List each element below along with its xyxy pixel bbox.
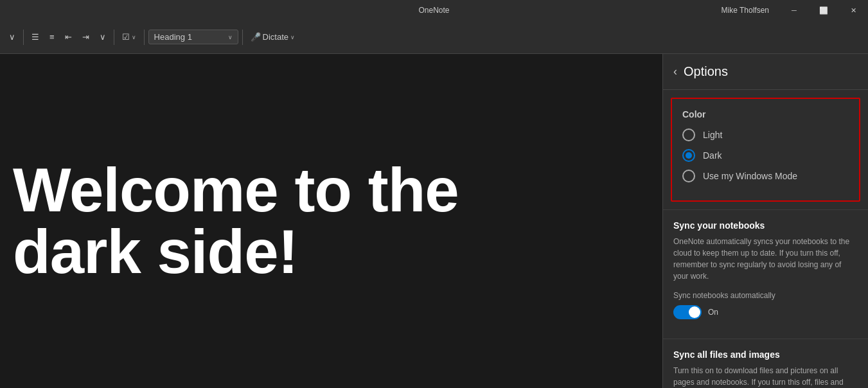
- radio-light-label: Light: [703, 130, 722, 140]
- sync-files-title: Sync all files and images: [673, 349, 858, 360]
- indent-button[interactable]: ⇥: [78, 30, 93, 44]
- outdent-button[interactable]: ⇤: [61, 30, 76, 44]
- toolbar: ∨ ☰ ≡ ⇤ ⇥ ∨ ☑ ∨ Heading 1 ∨ 🎤 Dictate ∨: [0, 21, 868, 54]
- radio-dark-outer: [682, 149, 695, 162]
- toolbar-separator-1: [23, 30, 24, 45]
- options-title: Options: [684, 64, 728, 79]
- radio-dark-label: Dark: [703, 150, 722, 161]
- back-arrow-icon[interactable]: ‹: [673, 65, 677, 78]
- options-header: ‹ Options: [663, 54, 868, 90]
- color-section: Color Light Dark Use my Windows Mode: [671, 98, 860, 202]
- sync-on-label: On: [708, 308, 718, 317]
- radio-dark-inner: [686, 152, 692, 159]
- title-bar-right: Mike Tholfsen ─ ⬜ ✕: [711, 0, 868, 21]
- dictate-label: Dictate: [263, 32, 288, 42]
- bullet-list-button[interactable]: ☰: [28, 30, 43, 44]
- toolbar-separator-3: [144, 30, 145, 45]
- heading-style-dropdown[interactable]: Heading 1 ∨: [148, 30, 238, 44]
- title-bar: OneNote Mike Tholfsen ─ ⬜ ✕: [0, 0, 868, 21]
- sync-files-section: Sync all files and images Turn this on t…: [663, 339, 868, 388]
- numbered-list-button[interactable]: ≡: [46, 30, 58, 44]
- microphone-icon: 🎤: [251, 32, 261, 42]
- more-button[interactable]: ∨: [96, 30, 110, 44]
- more-icon: ∨: [100, 32, 106, 42]
- color-option-dark[interactable]: Dark: [682, 149, 849, 162]
- toggle-thumb: [689, 306, 700, 318]
- minimize-button[interactable]: ─: [779, 0, 809, 21]
- heading-style-label: Heading 1: [154, 32, 192, 42]
- radio-windows-outer: [682, 170, 695, 182]
- color-section-label: Color: [682, 109, 849, 119]
- bullet-list-icon: ☰: [31, 32, 39, 42]
- maximize-button[interactable]: ⬜: [809, 0, 838, 21]
- sync-notebooks-description: OneNote automatically syncs your noteboo…: [673, 236, 858, 282]
- sync-notebooks-title: Sync your notebooks: [673, 220, 858, 231]
- welcome-line1: Welcome to the: [13, 159, 459, 221]
- window-controls: ─ ⬜ ✕: [779, 0, 868, 21]
- toolbar-separator-4: [242, 30, 243, 45]
- checkbox-button[interactable]: ☑ ∨: [118, 30, 140, 44]
- sync-toggle[interactable]: [673, 305, 702, 319]
- toolbar-separator-2: [114, 30, 114, 45]
- checkbox-icon: ☑: [122, 32, 130, 42]
- dictate-button[interactable]: 🎤 Dictate ∨: [247, 30, 299, 44]
- radio-light-outer: [682, 128, 695, 141]
- color-option-light[interactable]: Light: [682, 128, 849, 141]
- color-option-windows[interactable]: Use my Windows Mode: [682, 170, 849, 182]
- welcome-text: Welcome to the dark side!: [13, 159, 459, 283]
- main-area: Welcome to the dark side! ‹ Options Colo…: [0, 54, 868, 388]
- sync-auto-label: Sync notebooks automatically: [673, 291, 858, 300]
- numbered-list-icon: ≡: [49, 32, 55, 42]
- dictate-chevron-icon: ∨: [290, 34, 295, 40]
- styles-dropdown-button[interactable]: ∨: [5, 30, 19, 44]
- app-title: OneNote: [418, 6, 449, 15]
- user-name: Mike Tholfsen: [711, 6, 779, 15]
- close-button[interactable]: ✕: [838, 0, 868, 21]
- outdent-icon: ⇤: [65, 32, 72, 42]
- note-area[interactable]: Welcome to the dark side!: [0, 54, 662, 388]
- welcome-line2: dark side!: [13, 221, 459, 283]
- checkbox-chevron-icon: ∨: [132, 34, 136, 40]
- sync-notebooks-section: Sync your notebooks OneNote automaticall…: [663, 209, 868, 339]
- heading-style-chevron-icon: ∨: [228, 34, 233, 40]
- sync-files-description: Turn this on to download files and pictu…: [673, 365, 858, 388]
- radio-windows-label: Use my Windows Mode: [703, 171, 797, 181]
- indent-icon: ⇥: [82, 32, 89, 42]
- chevron-down-icon: ∨: [9, 32, 15, 42]
- options-panel: ‹ Options Color Light Dark: [662, 54, 868, 388]
- sync-toggle-row: On: [673, 305, 858, 319]
